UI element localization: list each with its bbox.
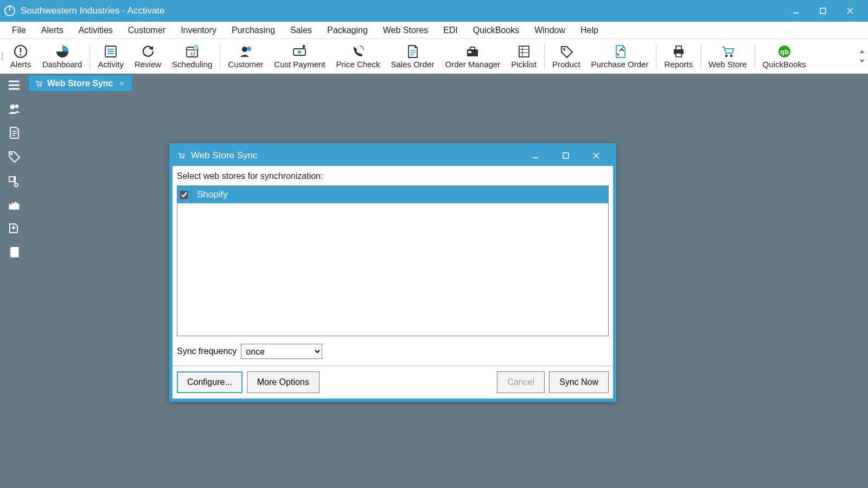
titlebar: Southwestern Industries - Acctivate: [0, 0, 868, 22]
toolbar-label: Customer: [228, 60, 263, 69]
tag-icon[interactable]: [5, 147, 23, 166]
tab-webstore-sync[interactable]: Web Store Sync ×: [28, 75, 132, 92]
configure-button[interactable]: Configure...: [177, 371, 242, 393]
toolbar-grip[interactable]: [0, 39, 4, 73]
menu-inventory[interactable]: Inventory: [173, 22, 224, 38]
toolbar-cust-payment[interactable]: Cust Payment: [269, 41, 330, 71]
svg-point-18: [242, 47, 247, 52]
sync-now-button[interactable]: Sync Now: [549, 371, 609, 393]
toolbar-sales-order[interactable]: Sales Order: [385, 41, 439, 71]
toolbar-scheduling[interactable]: 12 Scheduling: [167, 41, 218, 71]
svg-rect-26: [470, 47, 475, 50]
sync-frequency-select[interactable]: once: [241, 344, 322, 359]
toolbar-label: QuickBooks: [763, 60, 806, 69]
toolbar-reports[interactable]: Reports: [659, 41, 698, 71]
refresh-icon: [140, 43, 156, 60]
svg-point-21: [298, 50, 301, 54]
menu-webstores[interactable]: Web Stores: [375, 22, 436, 38]
document-icon[interactable]: [5, 124, 23, 142]
toolbar-label: Dashboard: [42, 60, 82, 69]
svg-point-32: [563, 48, 565, 50]
toolbar-label: Price Check: [336, 60, 380, 69]
svg-text:12: 12: [190, 51, 195, 56]
more-options-button[interactable]: More Options: [247, 371, 320, 393]
cancel-button[interactable]: Cancel: [497, 371, 545, 393]
toolbar-label: Cust Payment: [274, 60, 325, 69]
svg-point-56: [37, 85, 39, 86]
toolbar-purchase-order[interactable]: Purchase Order: [586, 41, 654, 71]
svg-rect-28: [519, 46, 529, 57]
store-list-item[interactable]: Shopify: [177, 186, 608, 203]
tab-label: Web Store Sync: [47, 79, 113, 88]
menu-sales[interactable]: Sales: [283, 22, 320, 38]
menu-packaging[interactable]: Packaging: [320, 22, 375, 38]
toolbar-picklist[interactable]: Picklist: [506, 41, 542, 71]
minimize-button[interactable]: [782, 0, 809, 22]
maximize-button[interactable]: [809, 0, 837, 22]
handtruck-icon[interactable]: [5, 171, 23, 190]
toolbar-price-check[interactable]: Price Check: [331, 41, 386, 71]
menu-help[interactable]: Help: [573, 22, 606, 38]
toolbar-webstore[interactable]: Web Store: [703, 41, 752, 71]
svg-rect-34: [676, 46, 681, 50]
pie-chart-icon: [54, 43, 71, 60]
store-checkbox[interactable]: [180, 191, 188, 199]
menu-customer[interactable]: Customer: [120, 22, 173, 38]
menu-purchasing[interactable]: Purchasing: [224, 22, 283, 38]
tab-strip: Web Store Sync ×: [28, 74, 868, 93]
dialog-close-button[interactable]: [584, 146, 609, 165]
close-button[interactable]: [837, 0, 864, 22]
svg-line-16: [196, 48, 197, 48]
po-icon: [612, 43, 628, 60]
document-icon: [404, 43, 420, 60]
factory-icon[interactable]: [5, 195, 23, 214]
svg-rect-61: [563, 153, 569, 158]
store-list[interactable]: Shopify: [177, 185, 609, 336]
users-icon[interactable]: [5, 100, 23, 118]
svg-point-58: [180, 157, 182, 159]
menu-window[interactable]: Window: [527, 22, 573, 38]
menu-alerts[interactable]: Alerts: [34, 22, 71, 38]
dialog-minimize-button[interactable]: [523, 146, 548, 165]
dialog-titlebar: Web Store Sync: [171, 145, 614, 166]
toolbar-review[interactable]: Review: [129, 41, 167, 71]
svg-rect-1: [820, 8, 826, 14]
workspace: Web Store Sync × Web Store Sync: [28, 74, 868, 488]
svg-point-44: [15, 105, 18, 108]
toolbar-product[interactable]: Product: [547, 41, 586, 71]
dialog-prompt: Select web stores for synchronization:: [177, 171, 609, 181]
toolbar-label: Activity: [98, 60, 124, 69]
toolbar-order-manager[interactable]: Order Manager: [439, 41, 506, 71]
checklist-icon: [516, 43, 532, 60]
tab-close-icon[interactable]: ×: [118, 79, 126, 88]
toolbar-customer[interactable]: Customer: [222, 41, 269, 71]
menu-activities[interactable]: Activities: [71, 22, 120, 38]
toolbar-dashboard[interactable]: Dashboard: [37, 41, 87, 71]
inbox-icon[interactable]: [5, 219, 23, 237]
hamburger-icon[interactable]: [5, 76, 23, 94]
toolbar-label: Review: [135, 60, 161, 69]
phone-icon: [350, 43, 366, 60]
window-title: Southwestern Industries - Acctivate: [21, 5, 165, 16]
svg-point-43: [10, 105, 15, 109]
toolbar-scroll[interactable]: [859, 39, 868, 73]
quickbooks-icon: qb: [776, 43, 793, 60]
svg-rect-49: [9, 177, 14, 182]
menu-quickbooks[interactable]: QuickBooks: [465, 22, 527, 38]
toolbar-label: Alerts: [10, 60, 31, 69]
toolbar-quickbooks[interactable]: qb QuickBooks: [757, 41, 812, 71]
webstore-sync-dialog: Web Store Sync Select web stores for syn…: [169, 143, 616, 402]
toolbar-label: Sales Order: [391, 60, 434, 69]
toolbar-alerts[interactable]: Alerts: [4, 41, 37, 71]
menu-file[interactable]: File: [4, 22, 34, 38]
tag-icon: [558, 43, 575, 60]
dialog-title: Web Store Sync: [191, 150, 258, 161]
menu-edi[interactable]: EDI: [436, 22, 465, 38]
svg-rect-35: [676, 53, 681, 57]
toolbar-activity[interactable]: Activity: [92, 41, 129, 71]
svg-text:qb: qb: [780, 48, 789, 56]
notebook-icon[interactable]: [5, 243, 23, 261]
toolbar-label: Purchase Order: [591, 60, 649, 69]
toolbar-label: Scheduling: [172, 60, 212, 69]
dialog-maximize-button[interactable]: [553, 146, 578, 165]
